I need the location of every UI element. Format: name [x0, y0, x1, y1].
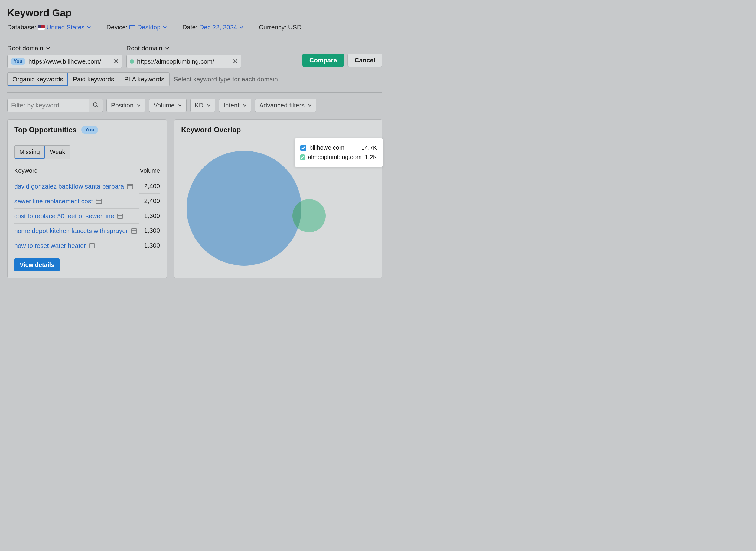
- table-row: david gonzalez backflow santa barbara2,4…: [14, 179, 160, 194]
- top-opportunities-title: Top Opportunities: [14, 125, 77, 134]
- tab-missing[interactable]: Missing: [15, 145, 45, 158]
- svg-rect-0: [130, 25, 135, 29]
- search-button[interactable]: [89, 99, 103, 112]
- keyword-link[interactable]: sewer line replacement cost: [14, 197, 93, 205]
- chevron-down-icon: [239, 25, 244, 30]
- svg-line-3: [97, 106, 98, 107]
- keyword-cell: david gonzalez backflow santa barbara: [14, 179, 139, 194]
- col-keyword: Keyword: [14, 164, 139, 179]
- filter-advanced[interactable]: Advanced filters: [255, 99, 316, 112]
- chevron-down-icon: [137, 103, 141, 107]
- keyword-type-segment: Organic keywords Paid keywords PLA keywo…: [7, 72, 170, 86]
- device-selector[interactable]: Device: Desktop: [106, 24, 167, 31]
- domain-url: https://www.billhowe.com/: [28, 58, 110, 65]
- select-keyword-type-link[interactable]: Select keyword type for each domain: [174, 76, 278, 83]
- database-selector[interactable]: Database: United States: [7, 24, 91, 31]
- chevron-down-icon: [308, 103, 312, 107]
- serp-icon[interactable]: [117, 213, 123, 219]
- keyword-link[interactable]: home depot kitchen faucets with sprayer: [14, 227, 128, 234]
- chevron-down-icon: [46, 46, 51, 51]
- you-badge: You: [81, 125, 98, 134]
- domain-column-1: Root domain You https://www.billhowe.com…: [7, 44, 122, 68]
- filter-position[interactable]: Position: [106, 99, 145, 112]
- domain-input-1[interactable]: You https://www.billhowe.com/ ✕: [7, 55, 122, 68]
- desktop-icon: [129, 25, 135, 30]
- svg-rect-8: [117, 214, 123, 218]
- serp-icon[interactable]: [96, 198, 102, 204]
- filter-keyword-group: [7, 99, 103, 112]
- keyword-cell: cost to replace 50 feet of sewer line: [14, 208, 139, 223]
- device-value: Desktop: [137, 24, 161, 31]
- domain-input-2[interactable]: https://almcoplumbing.com/ ✕: [126, 55, 241, 68]
- volume-cell: 1,300: [139, 223, 160, 238]
- svg-rect-1: [132, 30, 133, 30]
- serp-icon[interactable]: [131, 228, 137, 233]
- chevron-down-icon: [243, 103, 247, 107]
- volume-cell: 1,300: [139, 238, 160, 253]
- tab-paid-keywords[interactable]: Paid keywords: [68, 73, 119, 86]
- view-details-button[interactable]: View details: [14, 258, 60, 271]
- volume-cell: 1,300: [139, 208, 160, 223]
- svg-rect-4: [127, 184, 133, 189]
- divider: [7, 92, 382, 93]
- keyword-cell: sewer line replacement cost: [14, 194, 139, 208]
- date-selector[interactable]: Date: Dec 22, 2024: [182, 24, 244, 31]
- domain-url: https://almcoplumbing.com/: [137, 58, 230, 65]
- color-dot-icon: [130, 59, 134, 64]
- chevron-down-icon: [165, 46, 170, 51]
- currency-label: Currency: USD: [259, 24, 301, 31]
- us-flag-icon: [38, 25, 45, 30]
- keyword-overlap-title: Keyword Overlap: [181, 125, 241, 134]
- keyword-cell: how to reset water heater: [14, 238, 139, 253]
- svg-rect-6: [96, 199, 102, 204]
- compare-button[interactable]: Compare: [302, 54, 344, 67]
- filter-intent[interactable]: Intent: [219, 99, 251, 112]
- date-value: Dec 22, 2024: [199, 24, 237, 31]
- search-icon: [93, 102, 99, 109]
- filter-kd[interactable]: KD: [190, 99, 215, 112]
- cancel-button[interactable]: Cancel: [347, 54, 382, 67]
- filter-keyword-input[interactable]: [8, 99, 89, 112]
- keyword-link[interactable]: how to reset water heater: [14, 242, 86, 249]
- domain-column-2: Root domain https://almcoplumbing.com/ ✕: [126, 44, 241, 68]
- domain-scope-selector[interactable]: Root domain: [7, 44, 122, 52]
- serp-icon[interactable]: [89, 243, 95, 248]
- tab-weak[interactable]: Weak: [45, 145, 70, 158]
- tab-pla-keywords[interactable]: PLA keywords: [119, 73, 169, 86]
- chevron-down-icon: [162, 25, 167, 30]
- chevron-down-icon: [86, 25, 91, 30]
- chevron-down-icon: [207, 103, 211, 107]
- keyword-cell: home depot kitchen faucets with sprayer: [14, 223, 139, 238]
- keyword-overlap-panel: Keyword Overlap billhowe.com 14.7K almco…: [174, 119, 382, 279]
- volume-cell: 2,400: [139, 179, 160, 194]
- database-value: United States: [47, 24, 85, 31]
- divider: [7, 37, 382, 38]
- top-opportunities-panel: Top Opportunities You Missing Weak Keywo…: [7, 119, 167, 279]
- venn-diagram: [174, 140, 382, 270]
- database-label: Database:: [7, 24, 36, 31]
- svg-point-2: [93, 103, 97, 106]
- opportunities-table: Keyword Volume david gonzalez backflow s…: [14, 164, 160, 253]
- date-label: Date:: [182, 24, 197, 31]
- svg-rect-10: [131, 229, 137, 233]
- chevron-down-icon: [178, 103, 182, 107]
- keyword-link[interactable]: david gonzalez backflow santa barbara: [14, 183, 124, 190]
- table-row: cost to replace 50 feet of sewer line1,3…: [14, 208, 160, 223]
- table-row: sewer line replacement cost2,400: [14, 194, 160, 208]
- clear-icon[interactable]: ✕: [233, 58, 238, 65]
- volume-cell: 2,400: [139, 194, 160, 208]
- device-label: Device:: [106, 24, 128, 31]
- opportunity-tabs: Missing Weak: [14, 145, 70, 159]
- tab-organic-keywords[interactable]: Organic keywords: [8, 73, 68, 86]
- svg-rect-12: [89, 243, 95, 248]
- serp-icon[interactable]: [127, 184, 133, 189]
- clear-icon[interactable]: ✕: [113, 58, 119, 65]
- venn-circle-billhowe: [187, 151, 301, 266]
- page-title: Keyword Gap: [7, 7, 382, 19]
- table-row: how to reset water heater1,300: [14, 238, 160, 253]
- domain-scope-selector[interactable]: Root domain: [126, 44, 241, 52]
- col-volume: Volume: [139, 164, 160, 179]
- keyword-link[interactable]: cost to replace 50 feet of sewer line: [14, 212, 114, 220]
- filter-volume[interactable]: Volume: [149, 99, 187, 112]
- you-badge: You: [11, 58, 25, 65]
